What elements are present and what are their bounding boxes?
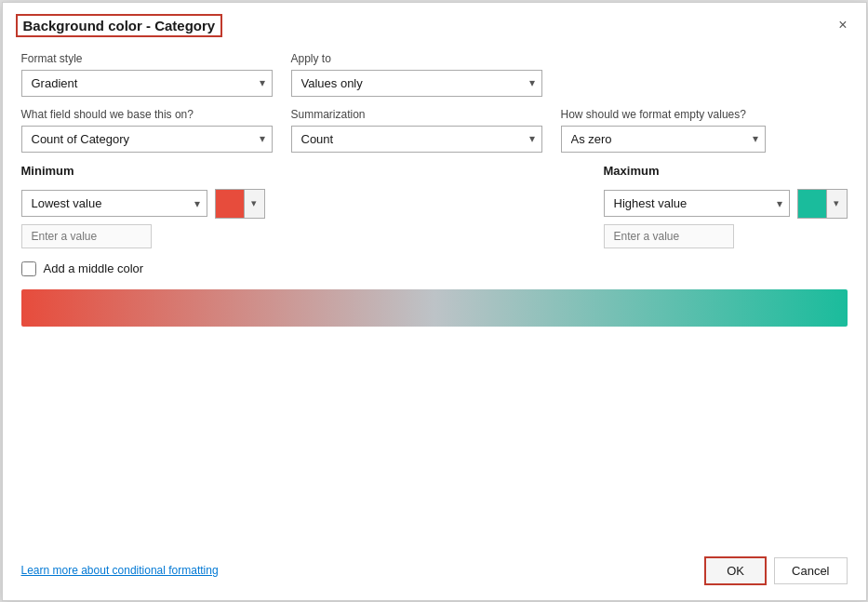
maximum-color-chevron[interactable]: ▾	[827, 189, 848, 219]
maximum-value-input[interactable]	[604, 224, 734, 248]
summarization-select[interactable]: Count Sum Average Min Max	[291, 126, 542, 153]
minimum-section: Minimum Lowest value Number Percent Perc…	[21, 164, 265, 248]
empty-values-select-wrapper: As zero Don't format	[561, 126, 766, 153]
ok-button[interactable]: OK	[704, 556, 767, 585]
empty-values-label: How should we format empty values?	[561, 108, 766, 121]
format-style-select[interactable]: Gradient Rules Field value	[21, 70, 273, 97]
dialog-footer: Learn more about conditional formatting …	[3, 547, 866, 600]
middle-color-row: Add a middle color	[21, 261, 848, 276]
minimum-value-input[interactable]	[21, 224, 152, 248]
learn-more-link[interactable]: Learn more about conditional formatting	[21, 564, 219, 577]
close-button[interactable]: ×	[833, 15, 852, 35]
empty-values-group: How should we format empty values? As ze…	[561, 108, 766, 153]
format-style-label: Format style	[21, 52, 273, 65]
apply-to-select-wrapper: Values only Header and values Header onl…	[291, 70, 542, 97]
footer-buttons: OK Cancel	[704, 556, 847, 585]
base-field-group: What field should we base this on? Count…	[21, 108, 273, 153]
summarization-select-wrapper: Count Sum Average Min Max	[291, 126, 542, 153]
minimum-controls-row: Lowest value Number Percent Percentile ▾	[21, 189, 265, 219]
maximum-color-group: ▾	[797, 189, 848, 219]
gradient-preview-bar	[21, 289, 848, 327]
maximum-type-select-wrapper: Highest value Number Percent Percentile	[604, 190, 790, 217]
summarization-group: Summarization Count Sum Average Min Max	[291, 108, 542, 153]
background-color-dialog: Background color - Category × Format sty…	[2, 2, 867, 601]
base-field-select-wrapper: Count of Category Sum of Value	[21, 126, 273, 153]
maximum-type-select[interactable]: Highest value Number Percent Percentile	[604, 190, 790, 217]
apply-to-group: Apply to Values only Header and values H…	[291, 52, 542, 97]
row-format-apply: Format style Gradient Rules Field value …	[21, 52, 848, 97]
middle-color-checkbox[interactable]	[21, 261, 36, 276]
base-field-select[interactable]: Count of Category Sum of Value	[21, 126, 273, 153]
dialog-body: Format style Gradient Rules Field value …	[3, 43, 866, 547]
minimum-label: Minimum	[21, 164, 265, 178]
format-style-select-wrapper: Gradient Rules Field value	[21, 70, 273, 97]
base-field-label: What field should we base this on?	[21, 108, 273, 121]
apply-to-label: Apply to	[291, 52, 542, 65]
format-style-group: Format style Gradient Rules Field value	[21, 52, 273, 97]
minimum-type-select[interactable]: Lowest value Number Percent Percentile	[21, 190, 207, 217]
minimum-color-chevron[interactable]: ▾	[245, 189, 265, 219]
maximum-color-swatch[interactable]	[797, 189, 827, 219]
dialog-title-bar: Background color - Category ×	[3, 3, 866, 43]
summarization-label: Summarization	[291, 108, 542, 121]
row-field-summarization: What field should we base this on? Count…	[21, 108, 848, 153]
middle-color-label: Add a middle color	[44, 261, 144, 275]
dialog-title: Background color - Category	[16, 14, 223, 37]
cancel-button[interactable]: Cancel	[774, 557, 847, 584]
minimum-color-group: ▾	[215, 189, 265, 219]
minimum-type-select-wrapper: Lowest value Number Percent Percentile	[21, 190, 207, 217]
maximum-controls-row: Highest value Number Percent Percentile …	[604, 189, 848, 219]
apply-to-select[interactable]: Values only Header and values Header onl…	[291, 70, 542, 97]
maximum-section: Maximum Highest value Number Percent Per…	[604, 164, 848, 248]
min-max-container: Minimum Lowest value Number Percent Perc…	[21, 164, 848, 248]
minimum-color-swatch[interactable]	[215, 189, 245, 219]
maximum-label: Maximum	[604, 164, 848, 178]
empty-values-select[interactable]: As zero Don't format	[561, 126, 766, 153]
